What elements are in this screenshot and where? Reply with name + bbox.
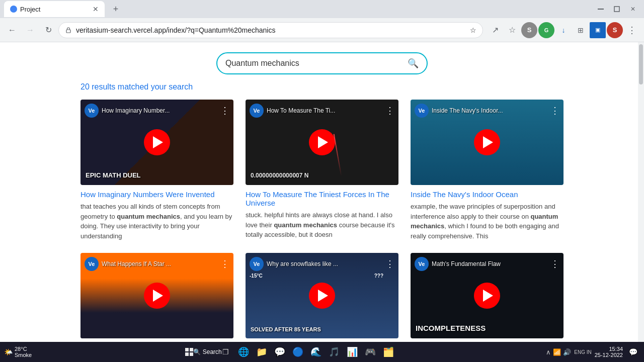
taskbar-edge-icon[interactable]: 🌐 [236, 345, 251, 359]
scroll-thumb[interactable] [639, 44, 643, 84]
thumb-label-6: INCOMPLETENESS [416, 324, 558, 332]
bookmark-icon[interactable]: ☆ [504, 22, 520, 38]
thumb-text-2: 0.00000000000007 N [246, 172, 398, 179]
card-desc-3: example, the wave principles of superpos… [411, 202, 564, 241]
result-card-2: Ve How To Measure The Ti... ⋮ 0.00000000… [246, 100, 398, 241]
play-arrow-6 [483, 290, 493, 302]
results-grid: Ve How Imaginary Number... ⋮ EPIC MATH D… [80, 100, 564, 342]
weather-desc: Smoke [15, 352, 32, 358]
search-bar-container: 🔍 [216, 52, 428, 74]
time-display: 15:34 [595, 346, 623, 352]
card-title-2[interactable]: How To Measure The Tiniest Forces In The… [246, 190, 398, 207]
thumbnail-5[interactable]: Ve Why are snowflakes like ... ⋮ SOLVED … [246, 253, 398, 338]
address-bar[interactable]: veritasium-search.vercel.app/index/?q=Qu… [58, 22, 483, 38]
forward-button[interactable]: → [22, 22, 38, 38]
language-label: ENG IN [574, 349, 591, 355]
page-wrapper: 🔍 20 results matched your search Ve How … [0, 42, 644, 342]
weather-temp: 28°C [15, 346, 32, 352]
card-desc-1: that teaches you all kinds of stem conce… [80, 202, 233, 241]
profile-avatar[interactable]: S [607, 22, 623, 38]
result-card-3: Ve Inside The Navy's Indoor... ⋮ Inside … [411, 100, 564, 241]
play-button-3[interactable] [474, 129, 500, 155]
play-button-2[interactable] [309, 129, 335, 155]
taskbar-right: ∧ 📶 🔊 ENG IN 15:34 25-12-2022 💬 [546, 345, 640, 359]
result-card-4: Ve What Happens If A Star ... ⋮ [80, 253, 233, 342]
tab-favicon [10, 6, 17, 13]
play-button-5[interactable] [309, 283, 335, 309]
weather-widget: 🌤️ 28°C Smoke [4, 346, 32, 358]
extension-download-icon[interactable]: ↓ [555, 22, 572, 38]
extensions-puzzle-icon[interactable]: ⊞ [573, 22, 589, 38]
notification-icon[interactable]: 💬 [626, 345, 640, 359]
result-card: Ve How Imaginary Number... ⋮ EPIC MATH D… [80, 100, 233, 241]
tray-network-icon[interactable]: 📶 [553, 348, 561, 356]
taskbar-explorer-icon[interactable]: 📁 [255, 345, 269, 359]
thumbnail-6[interactable]: Ve Math's Fundamental Flaw ⋮ INCOMPLETEN… [411, 253, 564, 338]
scrollbar[interactable] [638, 42, 644, 342]
search-submit-icon[interactable]: 🔍 [408, 58, 419, 69]
tray-arrow-icon[interactable]: ∧ [546, 348, 551, 356]
svg-rect-2 [614, 7, 619, 12]
search-input[interactable] [225, 59, 404, 68]
thumbnail-3[interactable]: Ve Inside The Navy's Indoor... ⋮ [411, 100, 564, 185]
thumbnail-2[interactable]: Ve How To Measure The Ti... ⋮ 0.00000000… [246, 100, 398, 185]
play-arrow-3 [483, 136, 493, 148]
play-overlay-5[interactable] [246, 253, 398, 338]
taskbar-teams-icon[interactable]: 💬 [273, 345, 287, 359]
svg-point-0 [11, 7, 16, 12]
extension-icon-1[interactable]: G [538, 22, 554, 38]
close-button[interactable]: ✕ [626, 2, 640, 16]
new-tab-button[interactable]: + [109, 2, 123, 16]
play-button-1[interactable] [144, 129, 170, 155]
tab-close-button[interactable]: ✕ [93, 5, 99, 13]
thumb-label-5: SOLVED AFTER 85 YEARS [251, 326, 393, 332]
card-desc-2: stuck. helpful hints are always close at… [246, 210, 398, 240]
play-arrow-4 [153, 290, 163, 302]
results-count-wrapper: 20 results matched your search [80, 82, 564, 92]
card-title-3[interactable]: Inside The Navy's Indoor Ocean [411, 190, 564, 199]
taskbar-office-icon[interactable]: 📊 [345, 345, 359, 359]
extension-grid-icon[interactable]: ▣ [590, 22, 606, 38]
thumbnail-1[interactable]: Ve How Imaginary Number... ⋮ EPIC MATH D… [80, 100, 233, 185]
window-controls: ✕ [594, 2, 640, 16]
tab-title: Project [20, 6, 40, 13]
taskbar-search-icon: 🔍 [193, 348, 201, 355]
navigation-bar: ← → ↻ veritasium-search.vercel.app/index… [0, 18, 644, 42]
taskbar-search-button[interactable]: 🔍 Search [200, 345, 214, 359]
url-display: veritasium-search.vercel.app/index/?q=Qu… [76, 26, 466, 34]
taskbar-edge2-icon[interactable]: 🌊 [309, 345, 323, 359]
refresh-button[interactable]: ↻ [40, 22, 56, 38]
thumb-text-6: INCOMPLETENESS [411, 324, 564, 332]
tray-volume-icon[interactable]: 🔊 [563, 348, 571, 356]
bookmark-star-icon[interactable]: ☆ [470, 26, 476, 34]
taskbar: 🌤️ 28°C Smoke 🔍 Search [0, 342, 644, 362]
chrome-menu-icon[interactable]: ⋮ [624, 22, 640, 38]
browser-tab[interactable]: Project ✕ [4, 1, 105, 17]
play-overlay-3[interactable] [411, 100, 564, 185]
maximize-button[interactable] [610, 2, 624, 16]
thumb-text-5: SOLVED AFTER 85 YEARS [246, 326, 398, 332]
results-count-text: 20 results matched your search [80, 82, 193, 91]
weather-icon: 🌤️ [4, 348, 13, 356]
thumb-label-1: EPIC MATH DUEL [86, 171, 228, 179]
nav-actions: ↗ ☆ S G ↓ ⊞ ▣ S ⋮ [487, 22, 640, 38]
weather-details: 28°C Smoke [15, 346, 32, 358]
minimize-button[interactable] [594, 2, 608, 16]
taskbar-files-icon[interactable]: 🗂️ [381, 345, 395, 359]
svg-rect-4 [185, 348, 189, 351]
account-icon[interactable]: S [521, 22, 537, 38]
taskbar-center: 🔍 Search ❐ 🌐 📁 💬 🔵 🌊 🎵 📊 🎮 🗂️ [34, 345, 544, 359]
share-icon[interactable]: ↗ [487, 22, 503, 38]
taskbar-spotify-icon[interactable]: 🎵 [327, 345, 341, 359]
play-button-6[interactable] [474, 283, 500, 309]
taskbar-discord-icon[interactable]: 🎮 [363, 345, 377, 359]
play-arrow-1 [153, 136, 163, 148]
card-title-1[interactable]: How Imaginary Numbers Were Invented [80, 190, 233, 199]
clock[interactable]: 15:34 25-12-2022 [595, 346, 623, 358]
date-display: 25-12-2022 [595, 352, 623, 358]
thumbnail-4[interactable]: Ve What Happens If A Star ... ⋮ [80, 253, 233, 338]
task-view-button[interactable]: ❐ [218, 345, 232, 359]
taskbar-chrome-icon[interactable]: 🔵 [291, 345, 305, 359]
play-button-4[interactable] [144, 283, 170, 309]
back-button[interactable]: ← [4, 22, 20, 38]
